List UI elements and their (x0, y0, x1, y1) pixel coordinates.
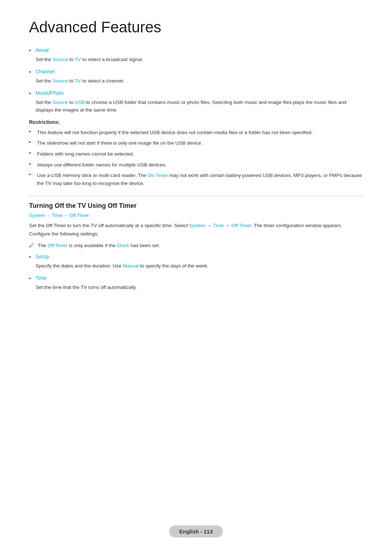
channel-sub-text: Set the Source to TV to select a channel… (36, 77, 363, 85)
setup-sub-text: Specify the dates and the duration. Use … (36, 262, 363, 270)
setup-text-post: to specify the days of the week. (139, 263, 208, 269)
channel-text-post: to select a channel. (81, 78, 124, 84)
page-title: Advanced Features (29, 18, 363, 36)
restrictions-heading: Restrictions: (29, 119, 363, 125)
aerial-text-post: to select a broadcast signal. (81, 57, 143, 62)
restriction-item-1: • This feature will not function properl… (29, 129, 363, 137)
setup-link[interactable]: Setup (36, 254, 49, 259)
note-icon: 🖊 (29, 242, 38, 248)
body-arrow1: → (205, 223, 213, 228)
page-number-badge: English - 113 (169, 525, 223, 537)
restriction-bullet-3: • (29, 150, 37, 156)
last-item-pre: Use a USB memory stick or multi-card rea… (37, 173, 148, 178)
note-row: 🖊 The Off Timer is only available if the… (29, 242, 363, 250)
restriction-item-3: • Folders with long names cannot be sele… (29, 150, 363, 158)
channel-tv-link[interactable]: TV (75, 78, 81, 84)
restriction-item-2: • The slideshow will not start if there … (29, 139, 363, 147)
manual-link[interactable]: Manual (123, 263, 139, 269)
setup-bullet-item: • Setup (29, 254, 363, 260)
aerial-section: • Aerial Set the Source to TV to select … (29, 47, 363, 64)
restriction-text-5: Use a USB memory stick or multi-card rea… (37, 172, 363, 187)
music-photo-text-pre: Set the (36, 100, 53, 105)
aerial-to: to (68, 57, 75, 62)
music-photo-sub-text: Set the Source to USB to choose a USB fo… (36, 98, 363, 114)
breadcrumb-off-timer[interactable]: Off Timer (70, 213, 89, 218)
body-system-link[interactable]: System (189, 223, 205, 228)
setup-section: • Setup Specify the dates and the durati… (29, 254, 363, 270)
note-text: The Off Timer is only available if the C… (38, 242, 160, 250)
on-timer-link[interactable]: On Timer (148, 173, 168, 178)
time-section: • Time Set the time that the TV turns of… (29, 275, 363, 291)
time-sub-text: Set the time that the TV turns off autom… (36, 283, 363, 291)
aerial-bullet-item: • Aerial (29, 47, 363, 53)
music-photo-bullet-item: • Music / Photo (29, 90, 363, 96)
time-bullet-item: • Time (29, 275, 363, 281)
note-post: has been set. (129, 243, 160, 248)
restriction-bullet-1: • (29, 129, 37, 134)
aerial-sub-text: Set the Source to TV to select a broadca… (36, 56, 363, 64)
restriction-item-4: • Always use different folder names for … (29, 161, 363, 169)
music-photo-usb-link[interactable]: USB (75, 100, 85, 105)
restriction-bullet-2: • (29, 139, 37, 145)
breadcrumb: System → Time → Off Timer (29, 213, 363, 218)
restriction-text-2: The slideshow will not start if there is… (37, 139, 202, 147)
off-timer-body: Set the Off Timer to turn the TV off aut… (29, 222, 363, 238)
aerial-tv-link[interactable]: TV (75, 57, 81, 62)
restrictions-section: Restrictions: • This feature will not fu… (29, 119, 363, 188)
aerial-link[interactable]: Aerial (36, 47, 49, 53)
photo-link[interactable]: Photo (50, 90, 64, 96)
channel-to: to (68, 78, 75, 84)
off-timer-heading: Turning Off the TV Using Off Timer (29, 202, 363, 210)
body-text-pre: Set the Off Timer to turn the TV off aut… (29, 223, 189, 228)
time-link[interactable]: Time (36, 275, 47, 281)
channel-source-link[interactable]: Source (53, 78, 68, 84)
breadcrumb-system[interactable]: System (29, 213, 45, 218)
section-divider (29, 196, 363, 196)
setup-text-pre: Specify the dates and the duration. Use (36, 263, 123, 269)
bullet-dot-setup: • (29, 254, 36, 260)
body-time-link[interactable]: Time (213, 223, 224, 228)
restriction-text-4: Always use different folder names for mu… (37, 161, 167, 169)
note-pre: The (38, 243, 48, 248)
restriction-item-5: • Use a USB memory stick or multi-card r… (29, 172, 363, 187)
body-arrow2: → (224, 223, 231, 228)
bullet-dot-2: • (29, 69, 36, 75)
breadcrumb-arrow2: → (62, 213, 70, 218)
aerial-text-pre: Set the (36, 57, 53, 62)
note-clock-link[interactable]: Clock (117, 243, 129, 248)
music-photo-to: to (68, 100, 75, 105)
channel-bullet-item: • Channel (29, 69, 363, 75)
music-photo-section: • Music / Photo Set the Source to USB to… (29, 90, 363, 114)
body-off-timer-link[interactable]: Off Timer (232, 223, 252, 228)
music-photo-source-link[interactable]: Source (53, 100, 68, 105)
restriction-text-1: This feature will not function properly … (37, 129, 313, 137)
footer-container: English - 113 (0, 525, 392, 537)
breadcrumb-arrow1: → (45, 213, 52, 218)
aerial-source-link[interactable]: Source (53, 57, 68, 62)
restriction-bullet-5: • (29, 172, 37, 177)
channel-text-pre: Set the (36, 78, 53, 84)
bullet-dot-3: • (29, 90, 36, 96)
restriction-bullet-4: • (29, 161, 37, 167)
channel-link[interactable]: Channel (36, 69, 54, 74)
bullet-dot: • (29, 48, 36, 53)
breadcrumb-time[interactable]: Time (52, 213, 62, 218)
off-timer-section: Turning Off the TV Using Off Timer Syste… (29, 202, 363, 291)
time-text: Set the time that the TV turns off autom… (36, 285, 137, 290)
note-off-timer-link[interactable]: Off Timer (48, 243, 68, 248)
channel-section: • Channel Set the Source to TV to select… (29, 69, 363, 85)
note-mid: is only available if the (68, 243, 117, 248)
restriction-text-3: Folders with long names cannot be select… (37, 150, 134, 158)
music-link[interactable]: Music (36, 90, 49, 96)
bullet-dot-time: • (29, 275, 36, 281)
